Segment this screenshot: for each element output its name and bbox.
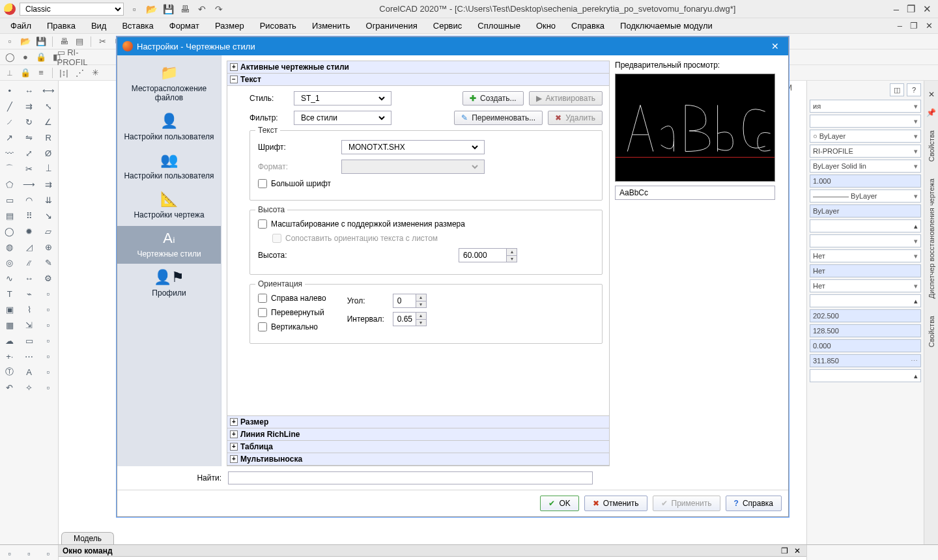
prop-type-combo[interactable]: ия▾ [810, 100, 921, 113]
prop-bylayer-color[interactable]: ○ ByLayer▾ [810, 130, 921, 143]
tool-plus-icon[interactable]: +· [4, 350, 16, 362]
mod-align-icon[interactable]: ⇲ [23, 319, 35, 331]
freeze-icon[interactable]: ● [20, 51, 31, 63]
mod-join-icon[interactable]: ⌇ [23, 303, 35, 315]
upside-checkbox[interactable]: Перевернутый [258, 308, 326, 317]
vtab-properties2[interactable]: Свойства [928, 312, 935, 351]
prop-no1[interactable]: Нет▾ [810, 249, 921, 262]
menu-draw[interactable]: Рисовать [252, 19, 304, 33]
open-file-icon[interactable]: 📂 [20, 36, 31, 48]
nav-user[interactable]: 👤Настройки пользователя [117, 109, 221, 147]
nav-styles[interactable]: AᵢЧертежные стили [117, 226, 221, 264]
collapse2-icon[interactable]: ▴ [810, 294, 921, 307]
extra1-icon[interactable]: ▫ [4, 548, 16, 559]
nav-files[interactable]: 📁Месторасположение файлов [117, 61, 221, 107]
prop-layer[interactable]: RI-PROFILE▾ [810, 145, 921, 158]
dim-more5-icon[interactable]: ▫ [42, 350, 54, 362]
dim-aligned-icon[interactable]: ⤡ [42, 100, 54, 112]
prop-lweight[interactable]: ————— ByLayer▾ [810, 189, 921, 203]
redo-icon[interactable]: ↷ [214, 4, 224, 14]
extra7-icon[interactable]: ▫ [42, 548, 54, 559]
dim-more4-icon[interactable]: ▫ [42, 335, 54, 346]
cut-icon[interactable]: ✂ [96, 36, 108, 48]
workspace-select[interactable]: Classic [20, 3, 124, 16]
dialog-close-icon[interactable]: ✕ [767, 40, 783, 53]
mod-copy-icon[interactable]: ⇉ [23, 100, 35, 112]
menu-window[interactable]: Окно [528, 19, 563, 33]
menu-file[interactable]: Файл [3, 19, 39, 33]
prop-linetype[interactable]: ByLayer Solid lin▾ [810, 160, 921, 173]
dim-ord-icon[interactable]: ⟘ [42, 163, 54, 175]
mod-dimtxt-icon[interactable]: A [23, 366, 35, 378]
mod-fillet-icon[interactable]: ◠ [23, 194, 35, 206]
tool-block-icon[interactable]: ▣ [4, 303, 16, 315]
print-icon[interactable]: 🖶 [180, 4, 190, 14]
tool-ray-icon[interactable]: ↗ [4, 132, 16, 143]
menu-modify[interactable]: Изменить [304, 19, 358, 33]
tool-xline-icon[interactable]: ⟋ [4, 116, 16, 128]
vtab-properties[interactable]: Свойства [928, 126, 935, 165]
menu-tools[interactable]: Сервис [425, 19, 470, 33]
mod-mirror-icon[interactable]: ⇋ [23, 132, 35, 143]
prop-help-icon[interactable]: ? [907, 83, 921, 96]
doc-min-icon[interactable]: – [895, 21, 905, 31]
tool-poly-icon[interactable]: ⬠ [4, 178, 16, 190]
dim-linear-icon[interactable]: ⟷ [42, 85, 54, 96]
layer-icon[interactable]: ◯ [4, 51, 16, 63]
tool-cloud-icon[interactable]: ☁ [4, 335, 16, 346]
cmd-close-icon[interactable]: ✕ [792, 546, 803, 555]
dim-edit-icon[interactable]: ✎ [42, 257, 54, 268]
undo-icon[interactable]: ↶ [197, 4, 207, 14]
spacing-spinner[interactable]: ▴▾ [393, 312, 427, 326]
save-file-icon[interactable]: 💾 [35, 36, 47, 48]
mod-rotate-icon[interactable]: ↻ [23, 116, 35, 128]
tool-spline-icon[interactable]: ∿ [4, 272, 16, 284]
lock-icon[interactable]: 🔒 [35, 51, 47, 63]
open-icon[interactable]: 📂 [146, 4, 156, 14]
dim-more1-icon[interactable]: ▫ [42, 288, 54, 300]
rtl-checkbox[interactable]: Справа налево [258, 294, 326, 303]
preview-icon[interactable]: ▤ [74, 36, 85, 48]
model-tab[interactable]: Модель [61, 532, 114, 544]
tool-table-icon[interactable]: ▦ [4, 319, 16, 331]
nav-drawing[interactable]: 📐Настройки чертежа [117, 187, 221, 225]
help-button[interactable]: Справка [726, 496, 782, 511]
menu-help[interactable]: Справка [563, 19, 612, 33]
tool-arc-icon[interactable]: ⌒ [4, 163, 16, 175]
mod-array-icon[interactable]: ⠿ [23, 210, 35, 221]
cmd-undock-icon[interactable]: ❐ [779, 546, 789, 555]
maximize-icon[interactable]: ❐ [904, 3, 918, 15]
menu-solids[interactable]: Сплошные [470, 19, 528, 33]
menu-insert[interactable]: Вставка [114, 19, 161, 33]
dim-more7-icon[interactable]: ▫ [42, 382, 54, 393]
mod-explode-icon[interactable]: ✹ [23, 225, 35, 237]
mod-offset-icon[interactable]: ⫽ [23, 257, 35, 268]
menu-format[interactable]: Формат [162, 19, 207, 33]
create-button[interactable]: Создать... [462, 91, 524, 105]
pushpin-icon[interactable]: 📌 [926, 108, 936, 117]
prop-ltscale[interactable]: 1.000 [810, 175, 921, 188]
rename-button[interactable]: Переименовать... [454, 111, 543, 125]
dim-cen-icon[interactable]: ⊕ [42, 241, 54, 253]
tree-table[interactable]: +Таблица [227, 441, 609, 453]
menu-edit[interactable]: Правка [39, 19, 83, 33]
bigfont-checkbox[interactable]: Большой шрифт [258, 179, 331, 188]
prop-x[interactable]: 202.500 [810, 309, 921, 322]
mod-chamfer-icon[interactable]: ◿ [23, 241, 35, 253]
misc-icon[interactable]: ✳ [89, 67, 101, 79]
annot-scale-checkbox[interactable]: Масштабирование с поддержкой изменения р… [258, 219, 585, 229]
grid-icon[interactable]: ≡ [35, 67, 47, 79]
dim-cont-icon[interactable]: ⇉ [42, 178, 54, 190]
filter-combo[interactable]: Все стили [294, 111, 391, 125]
dim-more6-icon[interactable]: ▫ [42, 366, 54, 378]
tree-mleader[interactable]: +Мультивыноска [227, 453, 609, 466]
dim-base-icon[interactable]: ⇊ [42, 194, 54, 206]
tool-donut-icon[interactable]: ◎ [4, 257, 16, 268]
preview-sample-input[interactable] [615, 186, 775, 200]
tool-undo2-icon[interactable]: ↶ [4, 382, 16, 393]
tree-active-styles[interactable]: +Активные чертежные стили [227, 61, 609, 74]
ok-button[interactable]: OK [540, 496, 578, 511]
menu-view[interactable]: Вид [83, 19, 115, 33]
minimize-icon[interactable]: – [891, 3, 902, 15]
search-input[interactable] [228, 471, 593, 484]
